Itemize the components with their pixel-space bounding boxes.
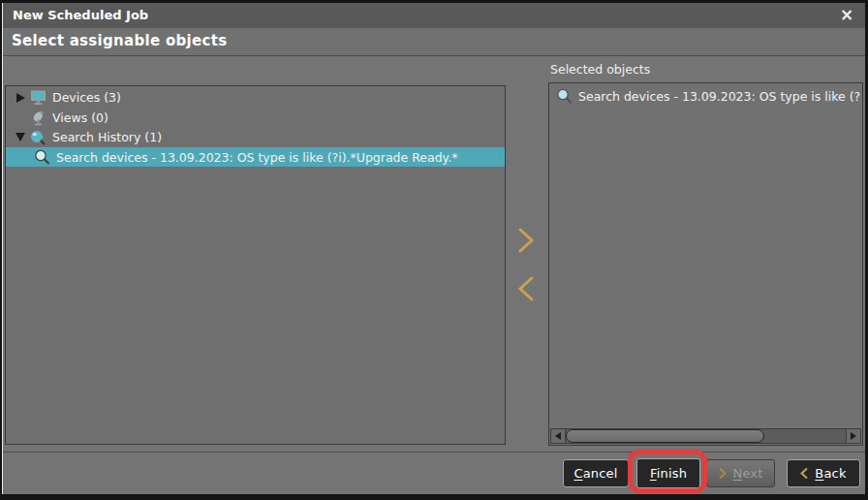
- page-title: Select assignable objects: [12, 32, 227, 49]
- remove-from-selected-button[interactable]: [513, 274, 539, 303]
- chevron-right-icon: [516, 227, 536, 254]
- selected-objects-list: Search devices - 13.09.2023: OS type is …: [548, 82, 863, 446]
- tree-item-views[interactable]: Views (0): [6, 108, 505, 128]
- assignable-objects-tree: Devices (3) Views (0): [5, 85, 506, 445]
- dialog-window: New Scheduled Job × Select assignable ob…: [0, 0, 868, 500]
- magnifier-icon: [555, 88, 573, 104]
- tree-item-search-history[interactable]: Search History (1): [6, 127, 505, 147]
- chevron-left-icon: [516, 275, 536, 302]
- tree-item-label: Search History (1): [52, 130, 162, 144]
- tree-item-label: Search devices - 13.09.2023: OS type is …: [56, 150, 457, 165]
- scrollbar-thumb[interactable]: [566, 429, 764, 443]
- add-to-selected-button[interactable]: [513, 226, 539, 255]
- back-button-label: Back: [815, 466, 846, 481]
- expand-expanded-icon[interactable]: [12, 133, 29, 141]
- satellite-dish-icon: [29, 110, 46, 126]
- tree-item-search-devices-selected[interactable]: Search devices - 13.09.2023: OS type is …: [6, 147, 505, 167]
- scrollbar-track[interactable]: [566, 428, 846, 444]
- triangle-right-icon: [851, 432, 856, 440]
- scroll-right-button[interactable]: [846, 428, 861, 444]
- next-button[interactable]: Next: [706, 459, 775, 487]
- selected-object-item[interactable]: Search devices - 13.09.2023: OS type is …: [550, 86, 861, 106]
- tree-item-label: Devices (3): [52, 90, 121, 105]
- cancel-button-label: Cancel: [574, 466, 617, 481]
- close-icon[interactable]: ×: [836, 3, 857, 28]
- chevron-left-icon: [800, 467, 809, 480]
- title-bar: New Scheduled Job ×: [3, 3, 865, 28]
- next-button-label: Next: [732, 466, 762, 481]
- finish-button-label: Finish: [650, 466, 687, 481]
- search-ball-icon: [29, 130, 46, 145]
- finish-button[interactable]: Finish: [636, 458, 700, 488]
- subtitle-bar: Select assignable objects: [3, 28, 865, 56]
- scroll-left-button[interactable]: [550, 428, 566, 444]
- magnifier-icon: [33, 149, 50, 165]
- horizontal-scrollbar[interactable]: [550, 428, 861, 444]
- window-title: New Scheduled Job: [13, 3, 148, 28]
- chevron-right-icon: [718, 467, 727, 480]
- expand-collapsed-icon[interactable]: [12, 93, 29, 103]
- selected-object-label: Search devices - 13.09.2023: OS type is …: [578, 89, 861, 104]
- tree-item-label: Views (0): [52, 110, 108, 125]
- monitor-icon: [29, 90, 46, 106]
- dialog-body: Devices (3) Views (0): [3, 56, 865, 494]
- selected-objects-label: Selected objects: [550, 62, 650, 77]
- footer-divider: [3, 452, 865, 453]
- tree-item-devices[interactable]: Devices (3): [6, 87, 505, 108]
- triangle-left-icon: [555, 432, 561, 440]
- back-button[interactable]: Back: [787, 459, 860, 487]
- cancel-button[interactable]: Cancel: [563, 459, 629, 487]
